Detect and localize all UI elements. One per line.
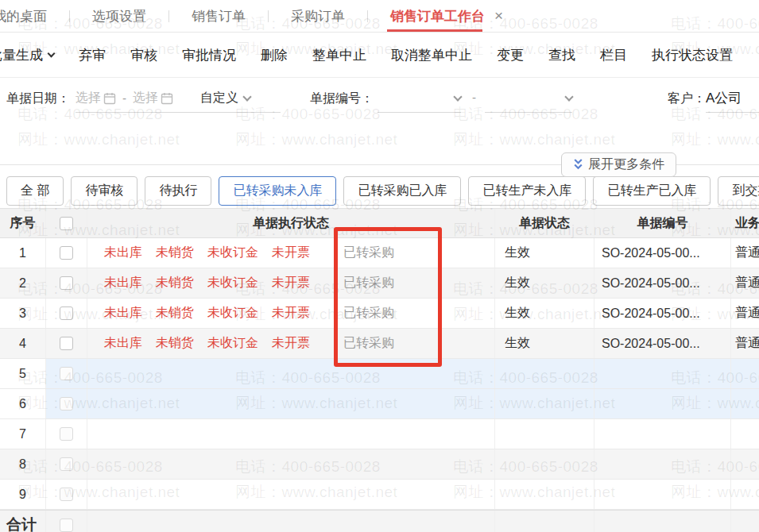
tab-label: 销售订单: [192, 7, 246, 25]
toolbar-button[interactable]: 整单中止: [312, 46, 366, 64]
exec-flag: 未开票: [272, 305, 310, 322]
doc-no-cell: SO-2024-05-00...: [594, 329, 731, 358]
doc-status-cell: 生效: [495, 329, 594, 358]
exec-flag: 未销货: [156, 275, 194, 291]
exec-status-cell: [87, 449, 495, 479]
row-checkbox[interactable]: [60, 427, 73, 441]
tab-item[interactable]: 我的桌面: [0, 0, 50, 32]
converted-status: 已转采购: [343, 245, 394, 261]
status-filter-chip[interactable]: 已转采购未入库: [219, 176, 336, 206]
toolbar-button[interactable]: 栏目: [600, 46, 627, 64]
docno-to-select[interactable]: [485, 84, 572, 113]
tab-item[interactable]: 销售订单: [188, 0, 249, 32]
doc-status-cell: 生效: [495, 238, 594, 268]
biz-type-cell: [731, 480, 759, 509]
toolbar-button-label: 查找: [548, 46, 575, 64]
tab-item[interactable]: 选项设置: [89, 0, 149, 32]
calendar-icon: [161, 92, 173, 105]
footer-biz-cell: [731, 511, 759, 532]
date-to-input[interactable]: 选择: [133, 90, 173, 106]
row-checkbox-cell: [46, 238, 87, 268]
tab-item[interactable]: 采购订单: [288, 0, 348, 32]
row-index: 4: [0, 329, 46, 358]
close-icon[interactable]: ×: [494, 7, 503, 25]
exec-status-cell: [87, 480, 495, 509]
row-index: 7: [0, 419, 46, 449]
exec-status-cell: [87, 389, 495, 418]
biz-type-cell: [731, 389, 759, 418]
exec-status-cell: 未出库未销货未收订金未开票已转采购: [87, 299, 495, 328]
row-checkbox-cell: [46, 480, 87, 509]
row-index: 5: [0, 359, 46, 388]
expand-more-button[interactable]: 展开更多条件: [561, 152, 676, 177]
chevron-down-icon: [564, 92, 573, 101]
toolbar-button[interactable]: 批量生成: [0, 46, 54, 64]
table-row: 7: [0, 419, 759, 449]
header-doc-status[interactable]: 单据状态: [495, 209, 594, 237]
toolbar-button-label: 审批情况: [182, 46, 236, 64]
row-checkbox[interactable]: [60, 457, 73, 471]
toolbar-button[interactable]: 审核: [130, 46, 157, 64]
header-doc-no[interactable]: 单据编号: [594, 209, 731, 237]
date-to-placeholder: 选择: [133, 90, 158, 106]
toolbar-button[interactable]: 取消整单中止: [391, 46, 472, 64]
customer-input[interactable]: A公司: [706, 84, 759, 113]
row-checkbox[interactable]: [60, 367, 73, 380]
status-filter-chip[interactable]: 全 部: [6, 176, 64, 206]
orders-table: 序号 单据执行状态 单据状态 单据编号 业务类型 1未出库未销货未收订金未开票已…: [0, 208, 759, 532]
header-exec-status[interactable]: 单据执行状态: [87, 209, 495, 237]
status-filter-chip[interactable]: 已转采购已入库: [343, 176, 461, 206]
toolbar-button-label: 批量生成: [0, 46, 43, 64]
select-all-checkbox[interactable]: [60, 217, 73, 230]
doc-no-cell: [594, 480, 731, 509]
expand-more-label: 展开更多条件: [588, 156, 664, 173]
row-checkbox[interactable]: [60, 337, 73, 350]
toolbar-button[interactable]: 执行状态设置: [652, 46, 733, 64]
date-mode-select[interactable]: 自定义: [200, 90, 250, 106]
row-checkbox[interactable]: [60, 276, 73, 290]
footer-total-label: 合计: [0, 511, 46, 532]
converted-status: 已转采购: [343, 275, 394, 291]
exec-flags: 未出库未销货未收订金未开票: [87, 305, 310, 322]
exec-flag: 未出库: [104, 305, 142, 322]
row-index: 6: [0, 389, 46, 418]
doc-no-cell: [594, 449, 731, 479]
exec-status-cell: 未出库未销货未收订金未开票已转采购: [87, 238, 495, 268]
header-checkbox-cell: [46, 209, 87, 237]
docno-from-select[interactable]: [378, 84, 461, 113]
tab-bar: 我的桌面选项设置销售订单采购订单销售订单工作台×: [0, 0, 759, 33]
doc-status-cell: 生效: [495, 299, 594, 328]
toolbar-button[interactable]: 删除: [261, 46, 288, 64]
exec-status-cell: [87, 419, 495, 449]
row-checkbox[interactable]: [60, 488, 73, 501]
toolbar-button-label: 整单中止: [312, 46, 366, 64]
header-biz-type[interactable]: 业务类型: [731, 209, 759, 237]
toolbar-button[interactable]: 审批情况: [182, 46, 236, 64]
status-filter-chip[interactable]: 已转生产未入库: [468, 176, 586, 206]
row-index: 3: [0, 299, 46, 328]
toolbar-button[interactable]: 查找: [548, 46, 575, 64]
exec-flag: 未出库: [104, 245, 142, 261]
date-range-group: 选择 - 选择 自定义: [76, 84, 281, 113]
biz-type-cell: [731, 359, 759, 388]
row-index: 9: [0, 480, 46, 509]
row-checkbox[interactable]: [60, 397, 73, 411]
footer-exec-cell: [87, 511, 495, 532]
toolbar-button[interactable]: 弃审: [79, 46, 106, 64]
header-seq[interactable]: 序号: [0, 209, 46, 237]
tab-item[interactable]: 销售订单工作台×: [387, 0, 506, 32]
date-from-input[interactable]: 选择: [76, 90, 116, 106]
row-checkbox-cell: [46, 299, 87, 328]
customer-label: 客户：: [668, 91, 706, 107]
toolbar-button[interactable]: 变更: [497, 46, 524, 64]
toolbar-button-label: 执行状态设置: [652, 46, 733, 64]
toolbar: 批量生成弃审审核审批情况删除整单中止取消整单中止变更查找栏目执行状态设置: [0, 33, 759, 78]
status-filter-chip[interactable]: 待执行: [145, 176, 211, 206]
row-checkbox[interactable]: [60, 306, 73, 320]
status-filter-chip[interactable]: 已转生产已入库: [593, 176, 711, 206]
status-filter-chip[interactable]: 待审核: [71, 176, 137, 206]
exec-flag: 未收订金: [207, 275, 258, 291]
status-filter-chip[interactable]: 到交期未执行: [718, 176, 759, 206]
table-header-row: 序号 单据执行状态 单据状态 单据编号 业务类型: [0, 208, 759, 238]
row-checkbox[interactable]: [60, 246, 73, 260]
